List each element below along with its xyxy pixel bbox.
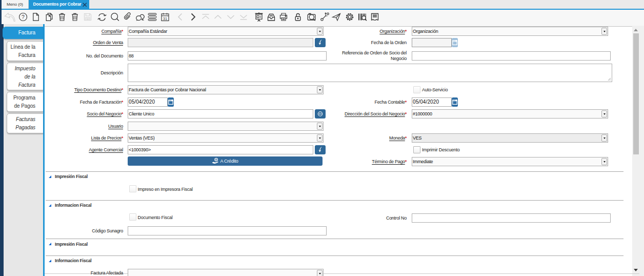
svg-text:31: 31 [163,16,167,21]
svg-text:?: ? [22,14,25,20]
